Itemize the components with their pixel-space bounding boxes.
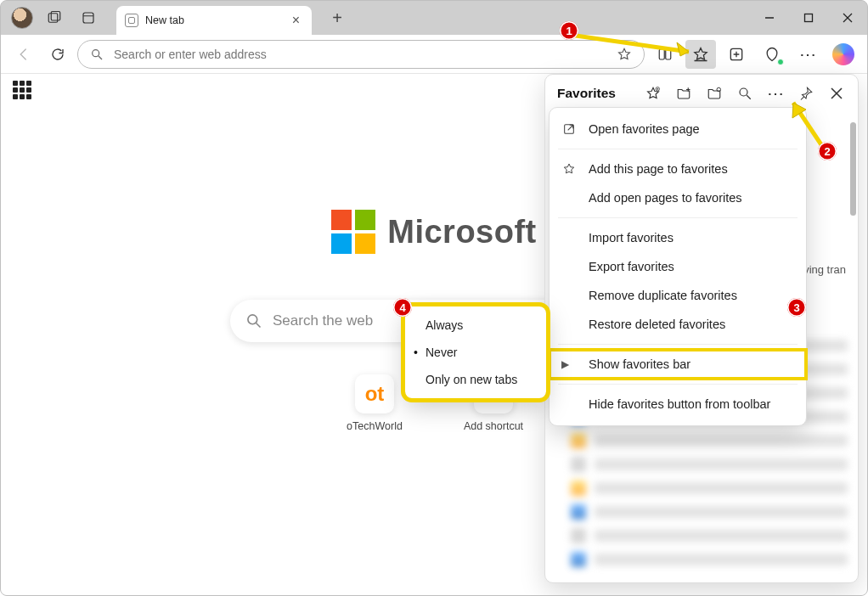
submenu-always[interactable]: Always [405,312,546,339]
annotation-badge: 1 [560,21,578,40]
menu-label: Add open pages to favorites [589,191,742,205]
sync-favorites-icon[interactable] [702,81,727,106]
ellipsis-icon [767,83,784,104]
favorites-panel: Favorites serving tran [544,74,859,583]
submenu-label: Always [426,318,463,332]
menu-label: Show favorites bar [589,357,690,371]
new-tab-button[interactable]: + [324,8,351,28]
svg-rect-4 [805,14,813,22]
svg-rect-0 [48,14,58,23]
chevron-right-icon: ▶ [561,358,569,370]
tab-title: New tab [145,14,282,26]
menu-label: Add this page to favorites [589,162,728,176]
star-add-icon [561,162,577,176]
annotation-badge: 2 [818,142,837,160]
annotation-badge: 3 [787,298,806,317]
settings-more-button[interactable] [792,40,823,69]
search-icon [90,48,104,61]
menu-restore-deleted[interactable]: Restore deleted favorites [550,310,806,339]
submenu-label: Only on new tabs [426,373,517,386]
svg-line-18 [256,323,261,328]
favorites-title: Favorites [557,86,616,101]
titlebar: New tab × + [1,1,867,35]
svg-rect-9 [659,49,664,59]
maximize-button[interactable] [789,1,828,35]
svg-line-8 [99,56,102,59]
favorites-button[interactable] [685,40,716,69]
tab-actions-icon[interactable] [76,5,101,31]
svg-point-25 [740,88,747,96]
menu-label: Hide favorites button from toolbar [589,397,770,411]
svg-rect-2 [83,13,93,23]
tab-close-icon[interactable]: × [289,13,303,28]
favorites-context-menu: Open favorites page Add this page to fav… [549,107,807,426]
brand-text: Microsoft [387,214,537,250]
collections-icon[interactable] [721,40,752,69]
search-icon [245,312,262,329]
browser-essentials-icon[interactable] [757,40,787,69]
menu-import-favorites[interactable]: Import favorites [550,223,806,252]
search-favorites-icon[interactable] [732,81,758,106]
minimize-button[interactable] [750,1,789,35]
ntp-search-placeholder: Search the web [273,312,373,329]
menu-label: Open favorites page [589,122,700,136]
menu-label: Export favorites [589,260,674,273]
quick-link-tile[interactable]: ot oTechWorld [336,374,413,432]
menu-show-favorites-bar[interactable]: Show favorites bar ▶ [550,350,806,379]
tile-icon: ot [355,374,394,413]
back-button[interactable] [9,40,38,69]
ellipsis-icon [799,44,816,65]
menu-label: Remove duplicate favorites [589,289,737,302]
close-panel-icon[interactable] [824,81,849,106]
menu-remove-duplicates[interactable]: Remove duplicate favorites [550,281,806,310]
menu-label: Import favorites [589,231,674,245]
menu-add-open-pages[interactable]: Add open pages to favorites [550,183,806,212]
menu-export-favorites[interactable]: Export favorites [550,252,806,281]
favorite-star-icon[interactable] [617,47,632,62]
menu-label: Restore deleted favorites [589,318,725,331]
submenu-only-new-tabs[interactable]: Only on new tabs [405,366,546,393]
open-external-icon [561,122,577,136]
svg-point-17 [248,315,257,324]
add-favorite-icon[interactable] [640,81,666,106]
workspaces-icon[interactable] [42,5,67,31]
address-bar[interactable]: Search or enter web address [77,40,645,69]
submenu-never[interactable]: Never [405,339,546,366]
annotation-badge: 4 [393,298,412,317]
pin-panel-icon[interactable] [793,81,819,106]
tile-label: oTechWorld [347,420,403,432]
app-launcher-icon[interactable] [13,81,33,101]
browser-window: New tab × + Search or enter web address [0,0,868,596]
copilot-icon [832,43,854,65]
profile-avatar[interactable] [11,7,33,29]
svg-line-26 [747,95,751,99]
menu-hide-fav-button[interactable]: Hide favorites button from toolbar [550,390,806,419]
menu-open-favorites-page[interactable]: Open favorites page [550,115,806,143]
panel-scrollbar[interactable] [850,122,856,216]
submenu-label: Never [426,346,457,359]
svg-rect-10 [666,49,671,59]
svg-point-7 [93,49,99,56]
address-placeholder: Search or enter web address [114,48,267,61]
copilot-button[interactable] [828,40,859,69]
microsoft-logo-icon [331,210,375,254]
tile-label: Add shortcut [464,420,523,432]
show-favorites-bar-submenu: Always Never Only on new tabs [405,306,546,398]
refresh-button[interactable] [43,40,72,69]
toolbar: Search or enter web address [1,35,867,74]
menu-add-this-page[interactable]: Add this page to favorites [550,155,806,183]
svg-rect-1 [51,12,60,21]
split-screen-icon[interactable] [650,40,680,69]
browser-tab[interactable]: New tab × [116,6,312,35]
tab-favicon-icon [125,14,138,27]
add-folder-icon[interactable] [671,81,696,106]
favorites-more-button[interactable] [763,81,788,106]
close-window-button[interactable] [828,1,867,35]
